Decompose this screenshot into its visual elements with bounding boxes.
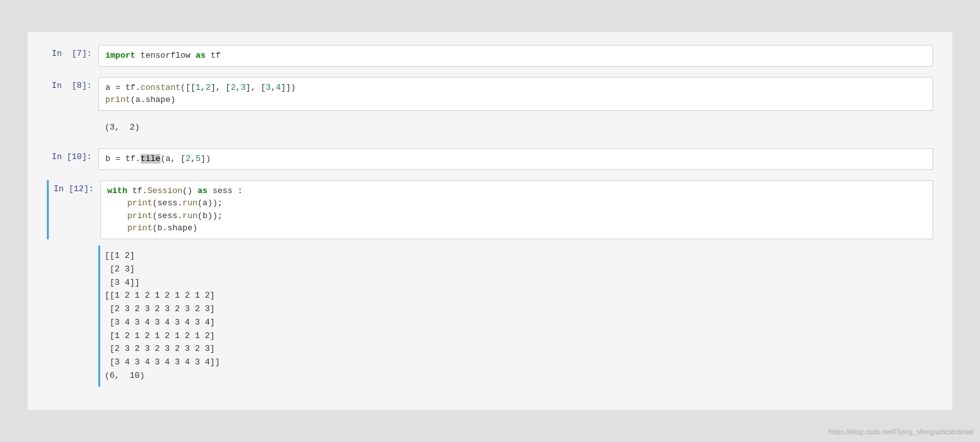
- cell-label-7: In [7]:: [47, 45, 98, 67]
- cell-output-8: (3, 2): [98, 117, 933, 139]
- cell-8: In [8]: a = tf.constant([[1,2], [2,3], […: [47, 77, 933, 111]
- cell-label-8: In [8]:: [47, 77, 98, 111]
- cell-7: In [7]: import tensorflow as tf: [47, 45, 933, 67]
- cell-input-12[interactable]: with tf.Session() as sess : print(sess.r…: [100, 180, 933, 239]
- cell-10: In [10]: b = tf.tile(a, [2,5]): [47, 148, 933, 170]
- cell-input-8[interactable]: a = tf.constant([[1,2], [2,3], [3,4]]) p…: [98, 77, 933, 111]
- cell-label-10: In [10]:: [47, 148, 98, 170]
- cell-12: In [12]: with tf.Session() as sess : pri…: [47, 180, 933, 239]
- cell-output-12: [[1 2] [2 3] [3 4]] [[1 2 1 2 1 2 1 2 1 …: [98, 246, 933, 387]
- cell-wrapper-7: In [7]: import tensorflow as tf: [47, 45, 933, 67]
- cell-wrapper-8: In [8]: a = tf.constant([[1,2], [2,3], […: [47, 77, 933, 139]
- cell-input-7[interactable]: import tensorflow as tf: [98, 45, 933, 67]
- cell-wrapper-10: In [10]: b = tf.tile(a, [2,5]): [47, 148, 933, 170]
- cell-label-12: In [12]:: [49, 180, 100, 239]
- watermark: https://blog.csdn.net/Flying_sfeng/artic…: [828, 428, 974, 436]
- cell-wrapper-12: In [12]: with tf.Session() as sess : pri…: [47, 180, 933, 387]
- notebook-container: In [7]: import tensorflow as tf In [8]: …: [28, 32, 952, 410]
- cell-input-10[interactable]: b = tf.tile(a, [2,5]): [98, 148, 933, 170]
